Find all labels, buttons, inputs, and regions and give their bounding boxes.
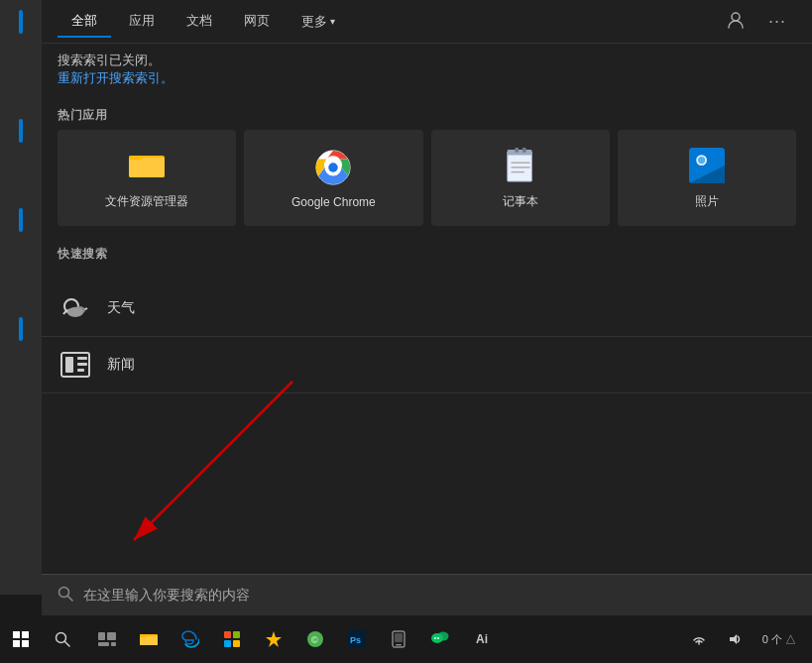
sidebar-accent-4 [19,317,23,341]
sidebar-accent-3 [19,208,23,232]
person-icon[interactable] [717,5,754,39]
svg-point-54 [434,637,436,639]
app-tile-chrome[interactable]: Google Chrome [244,130,422,226]
folder-icon [127,146,167,185]
tab-more[interactable]: 更多 ▾ [288,7,349,37]
svg-rect-35 [98,642,109,646]
quick-search-section: 天气 新闻 [42,269,812,393]
hot-apps-grid: 文件资源管理器 [42,130,812,226]
tray-volume-icon[interactable] [719,623,751,655]
app-name-chrome: Google Chrome [291,195,376,209]
windows-icon [13,631,29,647]
svg-text:©: © [311,635,318,645]
svg-rect-42 [224,640,231,647]
svg-rect-25 [77,363,87,366]
svg-rect-34 [107,632,116,640]
notepad-icon [501,146,540,185]
app-name-file-explorer: 文件资源管理器 [105,193,188,210]
news-label: 新闻 [107,356,135,374]
svg-rect-9 [507,150,531,156]
sidebar-accent [19,10,23,34]
tab-docs[interactable]: 文档 [173,6,226,38]
svg-marker-56 [730,634,737,644]
warning-text: 搜索索引已关闭。 [58,52,796,69]
svg-text:Ps: Ps [350,635,361,645]
quick-search-label: 快速搜索 [42,234,812,269]
svg-marker-44 [266,631,282,647]
svg-point-21 [67,307,83,317]
taskbar-item-c[interactable]: © [295,619,335,659]
search-bar[interactable]: 在这里输入你要搜索的内容 [42,574,812,615]
app-tile-notepad[interactable]: 记事本 [431,130,610,226]
sidebar-strip [0,0,42,595]
search-bar-icon [58,586,73,605]
taskbar-item-4[interactable] [212,619,252,659]
taskbar-tray: 0 个 △ [683,623,812,655]
news-icon [58,347,93,383]
svg-rect-8 [507,152,531,181]
search-panel: 全部 应用 文档 网页 更多 ▾ ··· 搜索索引已关闭。 重新打开搜索索引。 … [42,0,812,595]
svg-rect-41 [233,631,240,638]
ai-label: Ai [476,632,488,646]
weather-label: 天气 [107,299,135,317]
hot-apps-label: 热门应用 [42,95,812,130]
svg-line-32 [65,642,70,647]
tab-apps[interactable]: 应用 [115,6,169,38]
svg-rect-23 [65,357,73,373]
svg-rect-36 [111,642,116,646]
app-tile-photos[interactable]: 照片 [618,130,796,226]
svg-point-55 [437,637,439,639]
svg-point-53 [438,632,449,641]
taskbar-clock[interactable]: 0 个 △ [754,632,804,646]
svg-rect-33 [98,632,105,640]
taskbar-item-chat[interactable] [420,619,460,659]
quick-search-weather[interactable]: 天气 [42,280,812,337]
svg-line-30 [68,597,73,602]
svg-rect-38 [140,636,158,645]
taskbar-item-ai[interactable]: Ai [462,619,502,659]
svg-rect-39 [140,634,147,637]
quick-search-news[interactable]: 新闻 [42,337,812,393]
taskbar-items: © Ps [83,619,683,659]
search-input-placeholder: 在这里输入你要搜索的内容 [83,587,796,605]
more-options-icon[interactable]: ··· [758,5,796,38]
taskbar: © Ps [0,615,812,663]
reopen-index-link[interactable]: 重新打开搜索索引。 [58,69,796,87]
weather-icon [58,290,93,326]
taskbar-edge[interactable] [171,619,210,659]
svg-rect-40 [224,631,231,638]
app-name-notepad: 记事本 [503,193,538,210]
svg-rect-2 [129,158,165,177]
taskbar-search-button[interactable] [42,615,83,663]
tab-all[interactable]: 全部 [58,6,111,38]
svg-point-7 [329,163,339,172]
index-warning: 搜索索引已关闭。 重新打开搜索索引。 [42,44,812,95]
taskbar-file-explorer[interactable] [129,619,169,659]
chrome-icon [313,148,353,187]
svg-rect-13 [515,148,519,153]
nav-tabs: 全部 应用 文档 网页 更多 ▾ ··· [42,0,812,44]
svg-point-18 [698,157,705,164]
taskbar-task-view[interactable] [87,619,127,659]
tab-web[interactable]: 网页 [230,6,284,38]
taskbar-item-phone[interactable] [379,619,418,659]
svg-point-0 [732,13,740,21]
svg-rect-24 [77,357,87,360]
taskbar-item-ps[interactable]: Ps [337,619,377,659]
start-button[interactable] [0,615,42,663]
svg-rect-50 [396,644,402,646]
svg-rect-3 [129,156,143,160]
svg-rect-14 [522,148,526,153]
taskbar-item-star[interactable] [254,619,293,659]
svg-rect-26 [77,369,84,372]
app-name-photos: 照片 [695,193,719,210]
svg-rect-51 [395,633,403,642]
chevron-down-icon: ▾ [330,16,335,27]
tray-network-icon[interactable] [683,623,715,655]
photos-icon [687,146,727,185]
sidebar-accent-2 [19,119,23,143]
svg-rect-43 [233,640,240,647]
app-tile-file-explorer[interactable]: 文件资源管理器 [58,130,236,226]
clock-time: 0 个 △ [762,632,796,646]
